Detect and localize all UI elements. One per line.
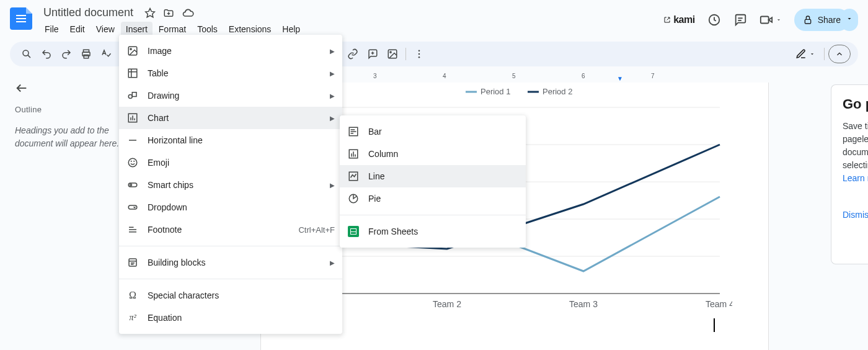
svg-text:Team 3: Team 3 — [569, 299, 598, 309]
svg-point-18 — [390, 52, 391, 53]
chart-from-sheets[interactable]: From Sheets — [340, 220, 526, 243]
bar-chart-icon — [347, 125, 360, 138]
svg-rect-44 — [132, 92, 136, 97]
insert-building-blocks[interactable]: Building blocks▶ — [119, 251, 342, 274]
insert-smart-chips[interactable]: Smart chips▶ — [119, 174, 342, 196]
history-icon[interactable] — [707, 13, 721, 27]
svg-text:Team 4: Team 4 — [706, 299, 732, 309]
docs-logo-icon[interactable] — [10, 7, 32, 30]
image-icon — [126, 45, 139, 57]
collapse-toolbar-button[interactable] — [828, 45, 851, 63]
chart-pie[interactable]: Pie — [340, 187, 526, 210]
star-icon[interactable] — [144, 7, 156, 19]
hline-icon — [126, 134, 139, 146]
building-blocks-icon — [126, 256, 139, 269]
title-area: Untitled document File Edit View Insert … — [40, 5, 663, 37]
chart-column[interactable]: Column — [340, 143, 526, 165]
smartchips-icon — [126, 179, 139, 191]
chart-bar[interactable]: Bar — [340, 120, 526, 143]
svg-point-52 — [134, 161, 135, 161]
svg-point-51 — [131, 161, 131, 161]
document-title[interactable]: Untitled document — [40, 5, 137, 20]
insert-special-characters[interactable]: Ω Special characters — [119, 284, 342, 307]
insert-image[interactable]: Image▶ — [119, 40, 342, 62]
share-caret-button[interactable] — [841, 9, 858, 31]
svg-marker-0 — [146, 8, 155, 17]
search-icon[interactable] — [17, 45, 36, 63]
submenu-arrow-icon: ▶ — [330, 48, 335, 55]
move-icon[interactable] — [163, 7, 174, 19]
pageless-promo: Go pageless Save time scrolling with pag… — [831, 84, 868, 264]
menu-view[interactable]: View — [91, 22, 120, 37]
svg-text:Period 1: Period 1 — [480, 87, 510, 96]
insert-dropdown: Image▶ Table▶ Drawing▶ Chart▶ Horizontal… — [119, 35, 342, 334]
promo-text: Save time scrolling with pageless view. … — [843, 120, 868, 185]
undo-icon[interactable] — [37, 45, 56, 63]
kami-label: kami — [673, 14, 694, 25]
insert-image-icon[interactable] — [383, 45, 402, 63]
kami-open-icon[interactable]: kami — [663, 14, 694, 25]
menu-file[interactable]: File — [40, 22, 64, 37]
svg-point-21 — [418, 56, 420, 58]
insert-chart[interactable]: Chart▶ — [119, 107, 342, 129]
insert-equation[interactable]: π² Equation — [119, 307, 342, 329]
svg-rect-40 — [128, 69, 137, 78]
equation-icon: π² — [126, 312, 139, 324]
svg-text:Period 2: Period 2 — [542, 87, 572, 96]
footnote-shortcut: Ctrl+Alt+F — [298, 225, 335, 235]
dropdown-icon — [126, 201, 139, 213]
chart-submenu: Bar Column Line Pie From Sheets — [340, 115, 526, 248]
chart-line[interactable]: Line — [340, 165, 526, 187]
editing-mode-button[interactable] — [790, 46, 820, 62]
svg-rect-6 — [805, 19, 810, 24]
share-label: Share — [818, 15, 841, 25]
svg-line-8 — [28, 55, 30, 58]
emoji-icon — [126, 156, 139, 169]
insert-link-icon[interactable] — [343, 45, 362, 63]
header-right: kami Share — [663, 5, 858, 31]
insert-dropdown[interactable]: Dropdown — [119, 196, 342, 218]
promo-heading: Go pageless — [843, 96, 868, 112]
pie-chart-icon — [347, 192, 360, 205]
column-chart-icon — [347, 148, 360, 160]
print-icon[interactable] — [77, 45, 95, 63]
svg-point-54 — [130, 184, 132, 186]
svg-rect-4 — [760, 17, 768, 24]
promo-dismiss-link[interactable]: Dismiss — [843, 210, 868, 220]
insert-table[interactable]: Table▶ — [119, 62, 342, 84]
promo-learn-more-link[interactable]: Learn more — [843, 173, 868, 183]
omega-icon: Ω — [126, 289, 139, 302]
insert-footnote[interactable]: Footnote Ctrl+Alt+F — [119, 218, 342, 241]
text-cursor — [714, 318, 715, 332]
svg-point-19 — [418, 50, 420, 52]
line-chart-icon — [347, 170, 360, 182]
svg-point-43 — [128, 95, 132, 99]
insert-horizontal-line[interactable]: Horizontal line — [119, 129, 342, 151]
comments-icon[interactable] — [733, 13, 747, 27]
sheets-icon — [347, 225, 360, 238]
svg-text:Team 2: Team 2 — [433, 299, 461, 309]
chart-icon — [126, 112, 139, 124]
svg-point-7 — [23, 50, 29, 56]
insert-emoji[interactable]: Emoji — [119, 151, 342, 174]
add-comment-icon[interactable] — [363, 45, 382, 63]
svg-point-20 — [418, 53, 420, 55]
menu-edit[interactable]: Edit — [65, 22, 90, 37]
footnote-icon — [126, 223, 139, 236]
header: Untitled document File Edit View Insert … — [0, 0, 868, 37]
cloud-status-icon[interactable] — [182, 7, 194, 19]
drawing-icon — [126, 89, 139, 102]
spellcheck-icon[interactable] — [97, 45, 115, 63]
more-icon[interactable] — [410, 45, 428, 63]
lock-icon — [803, 15, 813, 25]
table-icon — [126, 67, 139, 79]
svg-point-50 — [128, 158, 137, 167]
redo-icon[interactable] — [57, 45, 76, 63]
insert-drawing[interactable]: Drawing▶ — [119, 84, 342, 107]
meet-icon[interactable] — [760, 13, 782, 27]
svg-point-39 — [130, 48, 131, 50]
